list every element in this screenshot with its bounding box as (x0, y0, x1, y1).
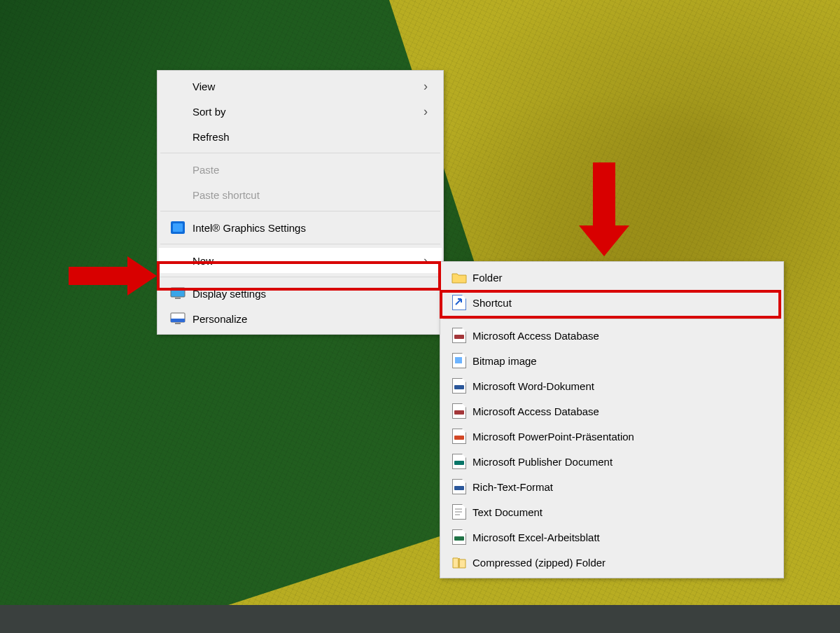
submenu-item-bitmap[interactable]: Bitmap image (442, 348, 782, 373)
chevron-right-icon: › (424, 79, 428, 94)
submenu-item-access1[interactable]: Microsoft Access Database (442, 323, 782, 348)
menu-label: Refresh (192, 131, 428, 143)
menu-item-view[interactable]: View › (159, 74, 442, 99)
menu-separator (443, 319, 780, 319)
access-icon (450, 403, 468, 419)
menu-label: Microsoft Access Database (472, 405, 768, 417)
svg-rect-1 (173, 223, 183, 232)
menu-label: Microsoft Excel-Arbeitsblatt (472, 531, 768, 543)
text-icon (450, 504, 468, 520)
svg-rect-7 (455, 357, 462, 363)
menu-separator (160, 211, 440, 211)
menu-label: Microsoft Access Database (472, 330, 768, 342)
new-submenu: FolderShortcutMicrosoft Access DatabaseB… (440, 261, 784, 578)
submenu-item-publisher[interactable]: Microsoft Publisher Document (442, 449, 782, 474)
svg-rect-5 (171, 319, 185, 322)
menu-label: Paste (192, 164, 428, 176)
menu-label: Microsoft Publisher Document (472, 456, 768, 468)
svg-rect-6 (175, 323, 181, 324)
menu-separator (160, 153, 440, 153)
svg-rect-2 (171, 288, 185, 297)
menu-separator (160, 244, 440, 244)
display-settings-icon (167, 286, 188, 301)
submenu-item-zip[interactable]: Compressed (zipped) Folder (442, 550, 782, 575)
menu-item-paste-shortcut: Paste shortcut (159, 182, 442, 207)
menu-item-paste: Paste (159, 157, 442, 182)
chevron-right-icon: › (424, 253, 428, 268)
menu-label: Sort by (192, 106, 424, 118)
menu-label: Rich-Text-Format (472, 481, 768, 493)
word-icon (450, 378, 468, 394)
access-icon (450, 328, 468, 343)
submenu-item-rtf[interactable]: Rich-Text-Format (442, 474, 782, 499)
chevron-right-icon: › (424, 104, 428, 119)
publisher-icon (450, 454, 468, 469)
submenu-item-access2[interactable]: Microsoft Access Database (442, 398, 782, 424)
personalize-icon (167, 311, 188, 326)
menu-item-display-settings[interactable]: Display settings (159, 281, 442, 306)
bitmap-icon (450, 353, 468, 368)
folder-icon (450, 270, 468, 285)
menu-label: Folder (472, 272, 768, 284)
menu-label: View (192, 81, 424, 92)
menu-label: New (192, 255, 424, 267)
svg-rect-11 (458, 558, 460, 568)
menu-separator (160, 277, 440, 277)
taskbar[interactable] (0, 605, 840, 633)
zip-icon (450, 555, 468, 570)
menu-label: Display settings (192, 288, 428, 300)
menu-label: Compressed (zipped) Folder (472, 557, 768, 569)
annotation-arrow-down (579, 162, 629, 258)
menu-label: Microsoft PowerPoint-Präsentation (472, 431, 768, 443)
menu-label: Microsoft Word-Dokument (472, 380, 768, 392)
menu-item-new[interactable]: New › (159, 248, 442, 273)
word-icon (450, 479, 468, 494)
menu-label: Intel® Graphics Settings (192, 222, 428, 234)
menu-label: Personalize (192, 313, 428, 325)
menu-label: Shortcut (472, 297, 768, 309)
desktop-context-menu: View › Sort by › Refresh Paste Paste sho… (157, 70, 444, 335)
submenu-item-excel[interactable]: Microsoft Excel-Arbeitsblatt (442, 524, 782, 550)
submenu-item-folder[interactable]: Folder (442, 265, 782, 290)
menu-item-personalize[interactable]: Personalize (159, 306, 442, 331)
desktop-wallpaper[interactable]: View › Sort by › Refresh Paste Paste sho… (0, 0, 840, 633)
submenu-item-shortcut[interactable]: Shortcut (442, 290, 782, 315)
menu-item-sort-by[interactable]: Sort by › (159, 99, 442, 124)
menu-item-intel-graphics[interactable]: Intel® Graphics Settings (159, 215, 442, 240)
menu-label: Bitmap image (472, 355, 768, 367)
menu-label: Text Document (472, 506, 768, 518)
submenu-item-powerpoint[interactable]: Microsoft PowerPoint-Präsentation (442, 424, 782, 449)
menu-item-refresh[interactable]: Refresh (159, 124, 442, 149)
shortcut-icon (450, 295, 468, 310)
svg-rect-3 (175, 298, 181, 299)
intel-graphics-icon (167, 220, 188, 235)
powerpoint-icon (450, 429, 468, 444)
excel-icon (450, 529, 468, 545)
submenu-item-word[interactable]: Microsoft Word-Dokument (442, 373, 782, 398)
annotation-arrow-right (69, 256, 158, 295)
submenu-item-text[interactable]: Text Document (442, 499, 782, 524)
menu-label: Paste shortcut (192, 189, 428, 201)
